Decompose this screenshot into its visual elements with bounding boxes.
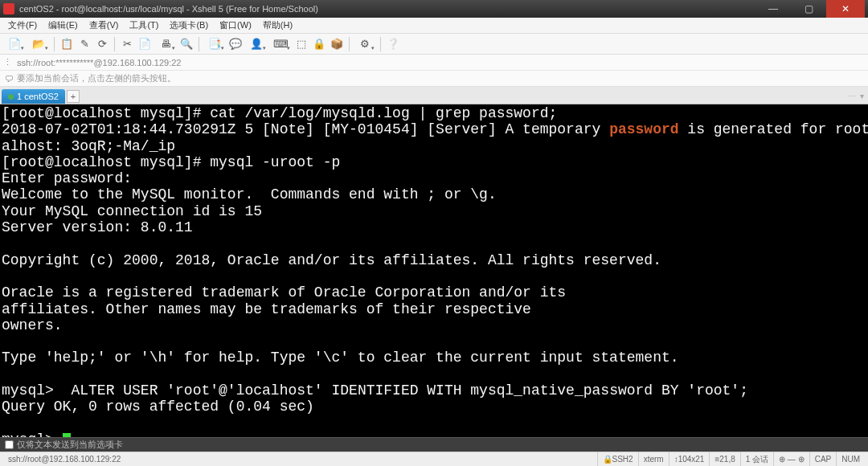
status-size-text: 104x21: [678, 455, 705, 464]
menu-help[interactable]: 帮助(H): [258, 18, 297, 33]
log-icon[interactable]: 📑: [203, 36, 226, 52]
send-current-tab-checkbox[interactable]: [5, 440, 14, 449]
status-bar: ssh://root@192.168.100.129:22 🔒 SSH2 xte…: [0, 452, 868, 466]
status-size: ↕ 104x21: [669, 452, 710, 466]
session-tabstrip: 1 centOS2 + ⋯ ▾: [0, 87, 868, 104]
highlight-match: password: [609, 121, 678, 137]
output-line: Copyright (c) 2000, 2018, Oracle and/or …: [2, 252, 661, 268]
separator-icon: [54, 37, 55, 51]
keyboard-icon[interactable]: ⌨: [269, 36, 292, 52]
menu-tools[interactable]: 工具(T): [125, 18, 163, 33]
output-line: Your MySQL connection id is 15: [2, 203, 262, 219]
profile-icon[interactable]: 👤: [245, 36, 268, 52]
address-handle-icon: ⋮: [3, 57, 12, 67]
hint-icon: 🗩: [5, 74, 14, 84]
address-bar[interactable]: ⋮ ssh://root:***********@192.168.100.129…: [0, 55, 868, 71]
fullscreen-icon[interactable]: ⬚: [293, 36, 309, 52]
session-tab-active[interactable]: 1 centOS2: [2, 89, 65, 104]
status-term: xterm: [638, 452, 669, 466]
mysql-prompt: mysql>: [2, 382, 71, 399]
add-tab-button[interactable]: +: [67, 90, 80, 103]
sql-command: ALTER USER 'root'@'localhost' IDENTIFIED…: [71, 382, 748, 399]
new-session-icon[interactable]: 📄: [3, 36, 26, 52]
output-line: Query OK, 0 rows affected (0.04 sec): [2, 399, 314, 415]
status-protocol: 🔒 SSH2: [597, 452, 638, 466]
package-icon[interactable]: 📦: [329, 36, 345, 52]
hint-bar: 🗩 要添加当前会话，点击左侧的箭头按钮。: [0, 71, 868, 87]
output-line: Server version: 8.0.11: [2, 219, 193, 235]
shell-prompt: [root@localhost mysql]#: [2, 154, 210, 170]
status-capslock: CAP: [809, 452, 837, 466]
status-sessions: 1 会话: [740, 452, 773, 466]
output-line: affiliates. Other names may be trademark…: [2, 301, 531, 317]
send-scope-bar: 仅将文本发送到当前选项卡: [0, 437, 868, 452]
chat-icon[interactable]: 💬: [227, 36, 244, 52]
cut-icon[interactable]: ✂: [119, 36, 135, 52]
output-line: Type 'help;' or '\h' for help. Type '\c'…: [2, 350, 679, 366]
output-line: Welcome to the MySQL monitor. Commands e…: [2, 186, 497, 202]
find-icon[interactable]: 🔍: [178, 36, 194, 52]
window-title: centOS2 - root@localhost:/usr/local/mysq…: [19, 4, 755, 14]
output-line: owners.: [2, 317, 63, 333]
close-button[interactable]: ✕: [826, 0, 865, 18]
session-tab-label: 1 centOS2: [17, 92, 59, 101]
log-line: alhost: 3oqR;-Ma/_ip: [2, 138, 175, 154]
command-text: cat /var/log/mysqld.log | grep password;: [210, 105, 557, 121]
status-spacer: ⊕ — ⊕: [773, 452, 809, 466]
menubar: 文件(F) 编辑(E) 查看(V) 工具(T) 选项卡(B) 窗口(W) 帮助(…: [0, 18, 868, 34]
separator-icon: [114, 37, 115, 51]
send-current-tab-label: 仅将文本发送到当前选项卡: [17, 439, 123, 451]
window-controls: — ▢ ✕: [755, 0, 865, 18]
toolbar: 📄 📂 📋 ✎ ⟳ ✂ 📄 🖶 🔍 📑 💬 👤 ⌨ ⬚ 🔒 📦 ⚙ ❔: [0, 34, 868, 55]
status-protocol-text: SSH2: [612, 455, 633, 464]
minimize-button[interactable]: —: [755, 0, 791, 18]
status-cursor-text: 21,8: [719, 455, 735, 464]
command-text: mysql -uroot -p: [210, 154, 340, 170]
log-line: is generated for root@loc: [679, 121, 868, 137]
settings-icon[interactable]: ⚙: [354, 36, 376, 52]
status-connection: ssh://root@192.168.100.129:22: [3, 452, 597, 466]
open-session-icon[interactable]: 📂: [27, 36, 50, 52]
separator-icon: [380, 37, 381, 51]
copy-icon[interactable]: 📄: [137, 36, 153, 52]
maximize-button[interactable]: ▢: [791, 0, 826, 18]
app-icon: [3, 3, 14, 14]
status-cursor-pos: ≡ 21,8: [709, 452, 739, 466]
paste-icon[interactable]: 📋: [59, 36, 75, 52]
output-line: Enter password:: [2, 170, 132, 186]
print-icon[interactable]: 🖶: [154, 36, 177, 52]
menu-view[interactable]: 查看(V): [84, 18, 124, 33]
separator-icon: [349, 37, 350, 51]
edit-icon[interactable]: ✎: [76, 36, 92, 52]
menu-tabs[interactable]: 选项卡(B): [165, 18, 213, 33]
help-icon[interactable]: ❔: [385, 36, 401, 52]
status-numlock: NUM: [836, 452, 865, 466]
log-line: 2018-07-02T01:18:44.730291Z 5 [Note] [MY…: [2, 121, 609, 137]
shell-prompt: [root@localhost mysql]#: [2, 105, 210, 121]
titlebar: centOS2 - root@localhost:/usr/local/mysq…: [0, 0, 868, 18]
menu-window[interactable]: 窗口(W): [215, 18, 256, 33]
reconnect-icon[interactable]: ⟳: [94, 36, 110, 52]
menu-file[interactable]: 文件(F): [3, 18, 42, 33]
hint-text: 要添加当前会话，点击左侧的箭头按钮。: [17, 72, 176, 84]
menu-edit[interactable]: 编辑(E): [43, 18, 83, 33]
tab-overflow-icon[interactable]: ⋯ ▾: [848, 92, 865, 100]
lock-icon[interactable]: 🔒: [311, 36, 327, 52]
output-line: Oracle is a registered trademark of Orac…: [2, 284, 566, 300]
terminal-output[interactable]: [root@localhost mysql]# cat /var/log/mys…: [0, 104, 868, 437]
address-text: ssh://root:***********@192.168.100.129:2…: [17, 58, 181, 67]
mysql-prompt: mysql>: [2, 431, 63, 437]
separator-icon: [199, 37, 199, 51]
connected-indicator-icon: [8, 94, 14, 100]
